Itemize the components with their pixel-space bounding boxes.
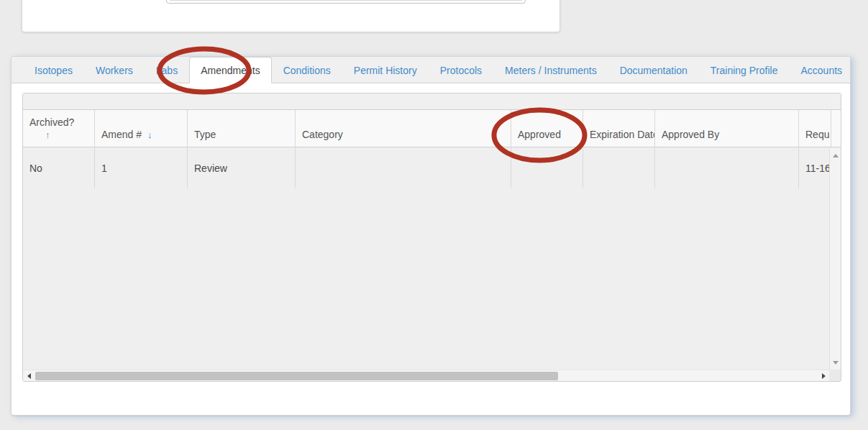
amendments-grid: Archived? ↑ Amend #↓ Type Category Appro… (22, 93, 841, 382)
grid-content: No 1 Review 11-16 (23, 148, 841, 370)
cell-archived: No (23, 148, 95, 188)
scroll-right-button[interactable] (818, 370, 828, 381)
scrollbar-corner (829, 370, 841, 381)
column-label: Archived? (29, 116, 88, 128)
tab-protocols[interactable]: Protocols (429, 57, 493, 83)
tab-conditions[interactable]: Conditions (272, 57, 342, 83)
cell-approved-by (655, 148, 799, 188)
column-header-archived[interactable]: Archived? ↑ (23, 110, 95, 147)
form-text-box (166, 0, 526, 4)
scroll-left-button[interactable] (24, 370, 34, 381)
column-label: Type (194, 129, 288, 140)
horizontal-scrollbar-thumb[interactable] (35, 372, 558, 380)
grid-toolbar (23, 93, 841, 110)
cell-category (296, 148, 511, 188)
sort-desc-icon: ↓ (147, 129, 152, 140)
tab-accounts[interactable]: Accounts (789, 57, 854, 83)
tab-documentation[interactable]: Documentation (608, 57, 699, 83)
sort-asc-icon: ↑ (45, 129, 88, 140)
page: Isotopes Workers Labs Amendments Conditi… (0, 0, 868, 430)
scroll-up-button[interactable] (830, 150, 841, 161)
cell-amend-number: 1 (95, 148, 188, 188)
tab-labs[interactable]: Labs (145, 57, 189, 83)
tabstrip: Isotopes Workers Labs Amendments Conditi… (12, 57, 850, 83)
column-label: Approved By (662, 129, 792, 140)
table-row[interactable]: No 1 Review 11-16 (23, 148, 831, 188)
column-header-approved-by[interactable]: Approved By (655, 110, 799, 147)
tab-meters-instruments[interactable]: Meters / Instruments (493, 57, 608, 83)
tab-amendments[interactable]: Amendments (189, 57, 271, 83)
column-header-type[interactable]: Type (188, 110, 296, 147)
scroll-left-icon (27, 373, 31, 379)
tab-isotopes[interactable]: Isotopes (23, 57, 84, 83)
cell-requested-date: 11-16 (799, 148, 831, 188)
cell-expiration-date (583, 148, 655, 188)
form-text-box-inner (169, 0, 523, 1)
scroll-right-icon (822, 373, 826, 379)
column-label: Expiration Date (590, 129, 648, 140)
tab-training-profile[interactable]: Training Profile (699, 57, 790, 83)
column-header-amend-number[interactable]: Amend #↓ (95, 110, 188, 147)
column-header-category[interactable]: Category (296, 110, 511, 147)
scroll-down-button[interactable] (830, 357, 841, 368)
column-header-requested[interactable]: Requ (799, 110, 831, 147)
column-label: Category (302, 129, 504, 140)
column-header-approved[interactable]: Approved (511, 110, 583, 147)
column-header-expiration-date[interactable]: Expiration Date (583, 110, 655, 147)
scroll-down-icon (833, 361, 839, 365)
grid-header-row: Archived? ↑ Amend #↓ Type Category Appro… (23, 110, 841, 147)
cell-type: Review (188, 148, 296, 188)
tab-workers[interactable]: Workers (84, 57, 145, 83)
form-card (22, 0, 560, 32)
column-label: Amend #↓ (101, 129, 181, 140)
column-label: Approved (518, 129, 576, 140)
cell-approved (511, 148, 583, 188)
column-label: Requ (805, 129, 824, 140)
tab-permit-history[interactable]: Permit History (342, 57, 429, 83)
permit-detail-panel: Isotopes Workers Labs Amendments Conditi… (11, 56, 851, 416)
vertical-scrollbar[interactable] (829, 148, 841, 370)
horizontal-scrollbar[interactable] (23, 370, 829, 381)
scroll-up-icon (833, 154, 839, 157)
